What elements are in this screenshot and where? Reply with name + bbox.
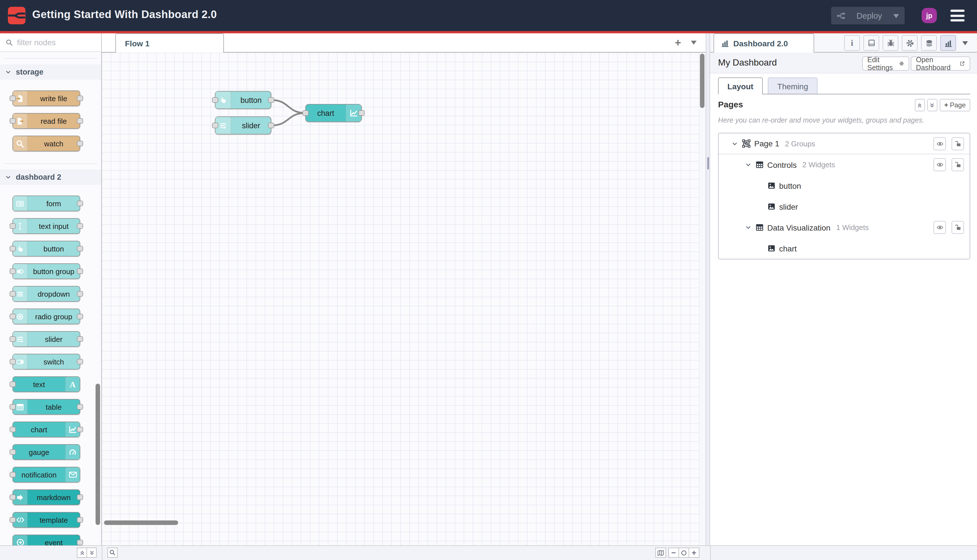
input-port[interactable]	[10, 246, 16, 252]
node-chart[interactable]: chart	[305, 104, 362, 122]
collapse-all-button[interactable]	[915, 99, 925, 111]
tree-row-chart[interactable]: chart	[719, 238, 970, 259]
output-port[interactable]	[77, 291, 83, 297]
input-port[interactable]	[10, 336, 16, 342]
sidebar-tab-dashboard[interactable]: Dashboard 2.0	[713, 33, 814, 53]
output-port[interactable]	[77, 118, 83, 124]
palette-search-input[interactable]: filter nodes	[0, 33, 101, 52]
input-port[interactable]	[10, 313, 16, 319]
add-page-button[interactable]: +Page	[940, 99, 970, 111]
node-switch[interactable]: switch	[12, 354, 80, 370]
node-write-file[interactable]: write file	[12, 90, 80, 106]
output-port[interactable]	[77, 268, 83, 274]
output-port[interactable]	[268, 123, 274, 128]
canvas-search-button[interactable]	[107, 548, 118, 558]
add-flow-button[interactable]: +	[671, 36, 685, 50]
node-template[interactable]: template	[12, 512, 80, 528]
palette-expand-all-button[interactable]	[87, 548, 97, 558]
output-port[interactable]	[77, 201, 83, 206]
node-button[interactable]: button	[215, 91, 271, 109]
input-port[interactable]	[10, 517, 16, 523]
tree-row-controls[interactable]: Controls2 Widgets	[719, 154, 970, 175]
lock-toggle-button[interactable]	[952, 221, 964, 234]
node-button[interactable]: button	[12, 241, 80, 257]
flow-tab[interactable]: Flow 1	[115, 33, 224, 53]
info-tab-button[interactable]: i	[844, 35, 860, 51]
node-form[interactable]: form	[12, 195, 80, 211]
output-port[interactable]	[77, 223, 83, 229]
flow-list-caret-icon[interactable]	[691, 41, 696, 47]
node-gauge[interactable]: gauge	[12, 444, 80, 460]
flow-canvas[interactable]: buttonsliderchart	[102, 53, 700, 545]
input-port[interactable]	[10, 268, 16, 274]
input-port[interactable]	[10, 95, 16, 101]
palette-category-storage[interactable]: storage	[0, 64, 101, 80]
canvas-vertical-scrollbar[interactable]	[700, 54, 705, 108]
zoom-reset-button[interactable]	[678, 548, 689, 558]
minimap-button[interactable]	[655, 548, 666, 558]
output-port[interactable]	[268, 97, 274, 103]
node-dropdown[interactable]: dropdown	[12, 286, 80, 302]
tree-row-slider[interactable]: slider	[719, 196, 970, 217]
tab-layout[interactable]: Layout	[718, 77, 763, 94]
input-port[interactable]	[302, 110, 309, 116]
sidebar-menu-caret-icon[interactable]	[962, 41, 968, 48]
visibility-toggle-button[interactable]	[934, 158, 946, 171]
help-tab-button[interactable]	[863, 35, 879, 51]
main-menu-button[interactable]	[950, 10, 965, 22]
expand-all-button[interactable]	[927, 99, 937, 111]
output-port[interactable]	[77, 495, 83, 500]
input-port[interactable]	[212, 97, 218, 103]
divider-grab-handle[interactable]	[707, 157, 709, 170]
sidebar-resize-divider[interactable]	[706, 33, 710, 545]
input-port[interactable]	[212, 123, 218, 128]
node-event[interactable]: event	[12, 535, 80, 545]
input-port[interactable]	[10, 223, 16, 229]
node-notification[interactable]: notification	[12, 467, 80, 483]
visibility-toggle-button[interactable]	[934, 137, 946, 150]
dashboard-tab-button[interactable]	[940, 35, 956, 51]
debug-tab-button[interactable]	[883, 35, 899, 51]
node-read-file[interactable]: read file	[12, 113, 80, 129]
output-port[interactable]	[77, 359, 83, 365]
tab-theming[interactable]: Theming	[768, 77, 818, 94]
tree-row-button[interactable]: button	[719, 175, 970, 196]
node-markdown[interactable]: markdown	[12, 489, 80, 505]
node-table[interactable]: table	[12, 399, 80, 415]
output-port[interactable]	[77, 95, 83, 101]
lock-toggle-button[interactable]	[952, 158, 964, 171]
node-text-input[interactable]: text input	[12, 218, 80, 234]
input-port[interactable]	[10, 118, 16, 124]
output-port[interactable]	[77, 246, 83, 252]
node-watch[interactable]: watch	[12, 136, 80, 152]
node-chart[interactable]: chart	[12, 422, 80, 437]
output-port[interactable]	[77, 540, 83, 545]
output-port[interactable]	[77, 427, 83, 432]
tree-row-data-visualization[interactable]: Data Visualization1 Widgets	[719, 217, 970, 238]
output-port[interactable]	[77, 517, 83, 523]
canvas-horizontal-scrollbar[interactable]	[104, 520, 178, 525]
input-port[interactable]	[10, 472, 16, 477]
open-dashboard-button[interactable]: Open Dashboard	[911, 57, 970, 71]
visibility-toggle-button[interactable]	[934, 221, 946, 234]
deploy-caret-icon[interactable]	[893, 14, 899, 21]
context-data-tab-button[interactable]	[921, 35, 937, 51]
user-avatar[interactable]: jp	[922, 8, 937, 23]
node-slider[interactable]: slider	[12, 331, 80, 347]
input-port[interactable]	[10, 427, 16, 432]
output-port[interactable]	[77, 141, 83, 147]
input-port[interactable]	[10, 382, 16, 387]
node-radio-group[interactable]: radio group	[12, 308, 80, 324]
input-port[interactable]	[10, 404, 16, 410]
output-port[interactable]	[359, 110, 365, 116]
zoom-out-button[interactable]: −	[668, 548, 679, 558]
zoom-in-button[interactable]: +	[689, 548, 700, 558]
palette-category-dashboard-2[interactable]: dashboard 2	[0, 170, 101, 185]
palette-scrollbar[interactable]	[95, 384, 100, 525]
input-port[interactable]	[10, 495, 16, 500]
input-port[interactable]	[10, 449, 16, 455]
config-gear-tab-button[interactable]	[902, 35, 918, 51]
input-port[interactable]	[10, 291, 16, 297]
node-slider[interactable]: slider	[215, 117, 271, 135]
lock-toggle-button[interactable]	[952, 137, 964, 150]
